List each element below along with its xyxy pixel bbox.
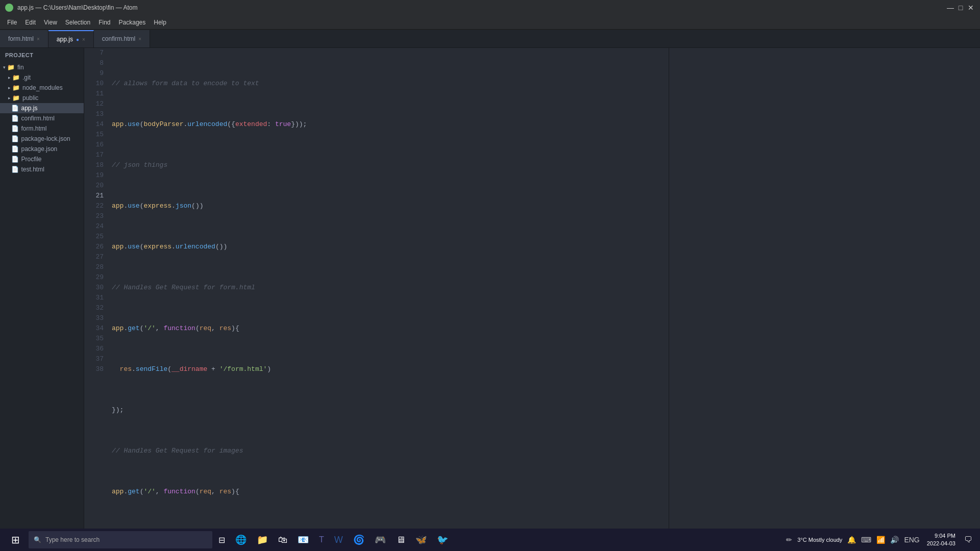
- sidebar-item-label-appjs: app.js: [21, 105, 38, 112]
- spacer-test: [8, 167, 10, 172]
- tab-close-confirm-html[interactable]: ×: [138, 36, 141, 42]
- spacer-appjs: [8, 106, 10, 111]
- taskbar-app-3[interactable]: 🦋: [411, 531, 431, 549]
- sidebar-item-procfile[interactable]: 📄 Procfile: [0, 154, 84, 164]
- tab-app-js[interactable]: app.js ● ×: [48, 30, 94, 47]
- file-html-icon-confirm: 📄: [11, 115, 19, 122]
- code-line-12: // Handles Get Request for form.html: [112, 283, 669, 293]
- task-view-button[interactable]: ⊟: [214, 531, 229, 549]
- taskbar-app-store[interactable]: 🛍: [274, 531, 291, 549]
- sidebar-item-git[interactable]: ▸ 📁 .git: [0, 72, 84, 83]
- chevron-right-icon: ▸: [8, 75, 11, 80]
- clock-date: 2022-04-03: [927, 540, 955, 547]
- code-line-16: // Handles Get Request for images: [112, 446, 669, 456]
- tray-weather[interactable]: 3°C Mostly cloudy: [795, 537, 844, 543]
- sidebar-item-fin[interactable]: ▾ 📁 fin: [0, 62, 84, 72]
- sidebar-item-public[interactable]: ▸ 📁 public: [0, 93, 84, 103]
- spacer-formhtml: [8, 126, 10, 131]
- menubar: File Edit View Selection Find Packages H…: [0, 15, 980, 30]
- code-line-7: // allows form data to encode to text: [112, 79, 669, 89]
- code-line-11: app.use(express.urlencoded()): [112, 242, 669, 252]
- clock-time: 9:04 PM: [927, 532, 955, 540]
- sidebar-item-label-fin: fin: [17, 64, 24, 71]
- tabbar: form.html × app.js ● × confirm.html ×: [0, 30, 980, 48]
- code-editor[interactable]: 7891011 1213141516 17181920 21 222324252…: [84, 48, 669, 536]
- notification-button[interactable]: 🗨: [961, 531, 976, 548]
- maximize-button[interactable]: □: [957, 4, 965, 12]
- tray-keyboard-icon[interactable]: ⌨: [859, 536, 873, 544]
- taskbar-app-2[interactable]: 🖥: [392, 531, 409, 549]
- tab-confirm-html[interactable]: confirm.html ×: [94, 30, 150, 47]
- code-area[interactable]: // allows form data to encode to text ap…: [110, 48, 669, 536]
- start-button[interactable]: ⊞: [4, 531, 27, 549]
- file-js-icon: 📄: [11, 105, 19, 112]
- menu-file[interactable]: File: [3, 17, 21, 28]
- file-json-icon-lock: 📄: [11, 135, 19, 142]
- tab-label-confirm-html: confirm.html: [102, 35, 135, 42]
- file-json-icon-pkg: 📄: [11, 145, 19, 153]
- taskbar-app-explorer[interactable]: 📁: [253, 531, 272, 549]
- system-clock[interactable]: 9:04 PM 2022-04-03: [923, 532, 960, 548]
- tab-label-form-html: form.html: [8, 35, 34, 42]
- line-numbers: 7891011 1213141516 17181920 21 222324252…: [84, 48, 110, 536]
- sidebar-item-packagejson[interactable]: 📄 package.json: [0, 144, 84, 154]
- tray-lang[interactable]: ENG: [902, 536, 921, 544]
- sidebar-item-label-formhtml: form.html: [21, 125, 47, 132]
- sidebar-item-confirmhtml[interactable]: 📄 confirm.html: [0, 113, 84, 123]
- menu-selection[interactable]: Selection: [61, 17, 94, 28]
- chevron-right-icon-pub: ▸: [8, 95, 11, 101]
- chevron-down-icon: ▾: [3, 65, 6, 70]
- taskbar-app-teams[interactable]: T: [315, 531, 328, 549]
- taskbar: ⊞ 🔍 Type here to search ⊟ 🌐 📁 🛍 📧 T W 🌀 …: [0, 529, 980, 551]
- taskbar-app-4[interactable]: 🐦: [433, 531, 452, 549]
- code-line-13: app.get('/', function(req, res){: [112, 323, 669, 334]
- taskbar-search[interactable]: 🔍 Type here to search: [29, 531, 212, 548]
- folder-icon-pub: 📁: [12, 94, 20, 102]
- taskbar-app-mail[interactable]: 📧: [293, 531, 313, 549]
- tab-close-form-html[interactable]: ×: [37, 36, 40, 42]
- sidebar-item-formhtml[interactable]: 📄 form.html: [0, 123, 84, 134]
- tray-pencil-icon[interactable]: ✏: [784, 536, 794, 544]
- sidebar-item-node-modules[interactable]: ▸ 📁 node_modules: [0, 83, 84, 93]
- sidebar-item-appjs[interactable]: 📄 app.js: [0, 103, 84, 113]
- menu-packages[interactable]: Packages: [115, 17, 150, 28]
- tray-network-icon[interactable]: 📶: [874, 536, 887, 544]
- folder-icon: 📁: [7, 64, 15, 71]
- minimize-button[interactable]: —: [946, 4, 954, 12]
- menu-view[interactable]: View: [40, 17, 61, 28]
- code-line-10: app.use(express.json()): [112, 201, 669, 211]
- sidebar-item-packagelockjson[interactable]: 📄 package-lock.json: [0, 134, 84, 144]
- taskbar-app-word[interactable]: W: [330, 531, 347, 549]
- titlebar: app.js — C:\Users\Nam\Desktop\fin — Atom…: [0, 0, 980, 15]
- menu-edit[interactable]: Edit: [21, 17, 40, 28]
- spacer-pkglock: [8, 136, 10, 141]
- taskbar-app-edge[interactable]: 🌐: [231, 531, 251, 549]
- code-line-9: // json things: [112, 160, 669, 170]
- tab-label-app-js: app.js: [57, 36, 73, 43]
- sidebar: Project ▾ 📁 fin ▸ 📁 .git ▸ 📁 node_module…: [0, 48, 84, 536]
- sidebar-header: Project: [0, 48, 84, 62]
- tray-notification-icon[interactable]: 🔔: [845, 536, 858, 544]
- menu-find[interactable]: Find: [94, 17, 114, 28]
- close-button[interactable]: ✕: [967, 4, 975, 12]
- code-line-17: app.get('/', function(req, res){: [112, 487, 669, 497]
- sidebar-item-label-pub: public: [22, 94, 38, 102]
- sidebar-item-label-pkglock: package-lock.json: [21, 135, 70, 142]
- file-html-icon-test: 📄: [11, 166, 19, 173]
- sidebar-item-label-proc: Procfile: [21, 156, 42, 163]
- sidebar-item-label-nm: node_modules: [22, 84, 63, 91]
- taskbar-app-1[interactable]: 🎮: [371, 531, 390, 549]
- taskbar-app-chrome[interactable]: 🌀: [349, 531, 369, 549]
- menu-help[interactable]: Help: [150, 17, 170, 28]
- tab-modified-dot: ●: [76, 37, 79, 42]
- file-generic-icon-proc: 📄: [11, 156, 19, 163]
- tab-close-app-js[interactable]: ×: [82, 37, 85, 42]
- right-panel: [669, 48, 980, 536]
- folder-icon-git: 📁: [12, 74, 20, 81]
- file-html-icon-form: 📄: [11, 125, 19, 132]
- title-left: app.js — C:\Users\Nam\Desktop\fin — Atom: [5, 4, 137, 12]
- tab-form-html[interactable]: form.html ×: [0, 30, 48, 47]
- spacer-confirmhtml: [8, 116, 10, 121]
- sidebar-item-testhtml[interactable]: 📄 test.html: [0, 164, 84, 174]
- tray-volume-icon[interactable]: 🔊: [888, 536, 901, 544]
